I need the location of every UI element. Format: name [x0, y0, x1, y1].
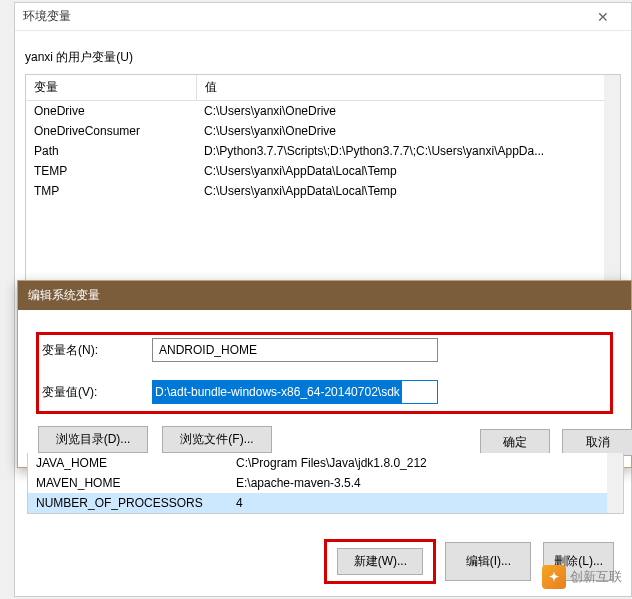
highlight-annotation: 变量名(N): 变量值(V): D:\adt-bundle-windows-x8… — [38, 334, 611, 412]
user-vars-label: yanxi 的用户变量(U) — [25, 49, 621, 66]
var-value-label: 变量值(V): — [42, 384, 152, 401]
ok-button[interactable]: 确定 — [480, 429, 550, 456]
table-row[interactable]: NUMBER_OF_PROCESSORS4 — [28, 493, 607, 513]
table-row[interactable]: PathD:\Python3.7.7\Scripts\;D:\Python3.7… — [26, 141, 604, 161]
delete-button[interactable]: 删除(L)... — [543, 542, 614, 581]
table-row[interactable]: OneDriveConsumerC:\Users\yanxi\OneDrive — [26, 121, 604, 141]
var-name-input[interactable] — [152, 338, 438, 362]
var-name-label: 变量名(N): — [42, 342, 152, 359]
table-row[interactable]: TMPC:\Users\yanxi\AppData\Local\Temp — [26, 181, 604, 201]
window-title: 环境变量 — [23, 8, 583, 25]
table-row[interactable]: JAVA_HOMEC:\Program Files\Java\jdk1.8.0_… — [28, 453, 607, 473]
var-value-input[interactable]: D:\adt-bundle-windows-x86_64-20140702\sd… — [152, 380, 438, 404]
table-row[interactable]: OneDriveC:\Users\yanxi\OneDrive — [26, 101, 604, 122]
highlight-annotation: 新建(W)... — [327, 542, 433, 581]
edit-button[interactable]: 编辑(I)... — [445, 542, 531, 581]
close-icon[interactable]: ✕ — [583, 9, 623, 25]
scrollbar[interactable] — [607, 453, 623, 513]
modal-title: 编辑系统变量 — [18, 281, 631, 310]
table-row[interactable]: MAVEN_HOMEE:\apache-maven-3.5.4 — [28, 473, 607, 493]
new-button[interactable]: 新建(W)... — [337, 548, 423, 575]
cancel-button[interactable]: 取消 — [562, 429, 632, 456]
col-header-var[interactable]: 变量 — [26, 75, 196, 101]
system-vars-buttons: 新建(W)... 编辑(I)... 删除(L)... — [327, 542, 614, 581]
edit-system-var-dialog: 编辑系统变量 变量名(N): 变量值(V): D:\adt-bundle-win… — [17, 280, 632, 468]
browse-dir-button[interactable]: 浏览目录(D)... — [38, 426, 148, 453]
system-vars-table-wrap: JAVA_HOMEC:\Program Files\Java\jdk1.8.0_… — [27, 453, 624, 514]
titlebar: 环境变量 ✕ — [15, 3, 631, 31]
table-row[interactable]: TEMPC:\Users\yanxi\AppData\Local\Temp — [26, 161, 604, 181]
system-vars-table[interactable]: JAVA_HOMEC:\Program Files\Java\jdk1.8.0_… — [28, 453, 607, 513]
col-header-val[interactable]: 值 — [196, 75, 604, 101]
browse-file-button[interactable]: 浏览文件(F)... — [162, 426, 272, 453]
